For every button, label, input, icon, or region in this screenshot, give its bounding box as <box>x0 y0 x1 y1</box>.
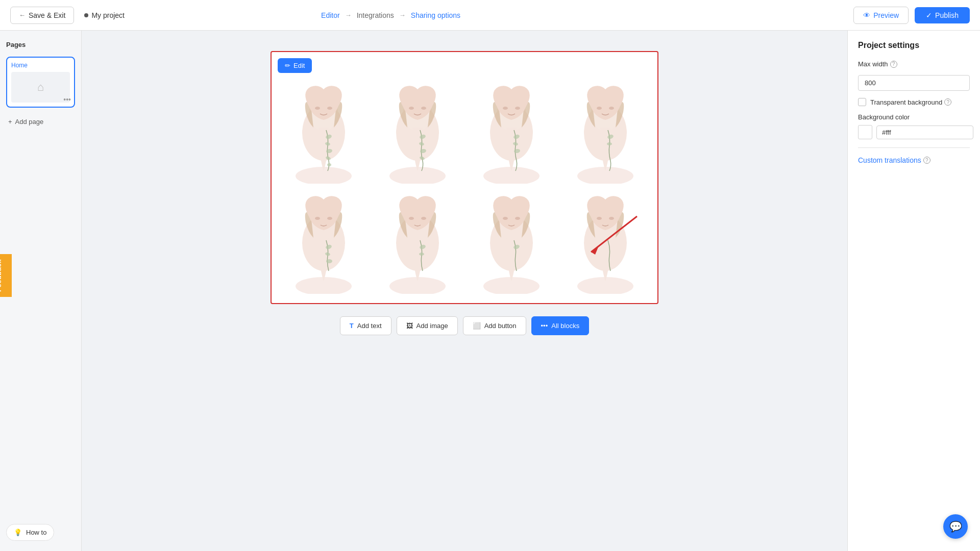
button-icon: ⬜ <box>473 322 481 330</box>
pencil-icon: ✏ <box>285 62 290 69</box>
svg-point-44 <box>421 217 426 220</box>
woman-illustration-7 <box>471 192 552 294</box>
right-sidebar: Project settings Max width ? Transparent… <box>847 31 980 551</box>
svg-point-31 <box>609 107 614 110</box>
image-icon: 🖼 <box>406 322 413 330</box>
breadcrumb: Editor → Integrations → Sharing options <box>321 11 460 19</box>
canvas-cell-1 <box>277 78 371 188</box>
bg-color-swatch[interactable] <box>858 125 872 139</box>
add-image-button[interactable]: 🖼 Add image <box>397 316 458 335</box>
max-width-row: Max width ? <box>858 60 970 68</box>
check-icon: ✓ <box>926 11 932 19</box>
save-exit-button[interactable]: Save & Exit <box>10 7 74 24</box>
bg-color-input[interactable] <box>876 126 973 139</box>
svg-point-40 <box>326 259 332 263</box>
custom-translations-label: Custom translations <box>858 156 921 164</box>
how-to-label: How to <box>26 529 46 536</box>
all-blocks-button[interactable]: ••• All blocks <box>531 316 590 335</box>
canvas-cell-6 <box>371 188 464 298</box>
add-button-label: Add button <box>484 322 517 330</box>
add-button-button[interactable]: ⬜ Add button <box>463 316 526 335</box>
chat-icon: 💬 <box>949 520 962 533</box>
arrow-icon-2: → <box>399 11 406 19</box>
project-settings-title: Project settings <box>858 41 970 50</box>
page-options-icon[interactable]: ••• <box>63 95 71 104</box>
text-icon: T <box>350 322 354 330</box>
max-width-text: Max width <box>858 60 888 68</box>
max-width-help-icon[interactable]: ? <box>890 61 897 68</box>
svg-point-54 <box>597 217 602 220</box>
canvas-cell-7 <box>464 188 558 298</box>
canvas-cell-2 <box>371 78 464 188</box>
woman-illustration-8 <box>565 192 646 294</box>
feedback-tab[interactable]: Feedback <box>0 254 12 297</box>
breadcrumb-sharing[interactable]: Sharing options <box>411 11 460 19</box>
bulb-icon: 💡 <box>14 529 22 536</box>
breadcrumb-editor[interactable]: Editor <box>321 11 340 19</box>
max-width-input[interactable] <box>858 75 970 91</box>
custom-translations-link[interactable]: Custom translations ? <box>858 156 970 164</box>
svg-point-36 <box>315 217 320 220</box>
canvas-area: ✏ Edit <box>82 31 847 551</box>
how-to-button[interactable]: 💡 How to <box>6 524 54 541</box>
svg-point-49 <box>503 217 508 220</box>
transparent-bg-label: Transparent background ? <box>870 98 951 106</box>
add-text-button[interactable]: T Add text <box>340 316 391 335</box>
add-page-button[interactable]: + Add page <box>6 116 75 128</box>
transparent-bg-checkbox[interactable] <box>858 98 866 106</box>
arrow-icon-1: → <box>345 11 352 19</box>
svg-point-37 <box>327 217 332 220</box>
blocks-icon: ••• <box>541 322 548 330</box>
left-sidebar: Pages Home ⌂ ••• + Add page 💡 How to <box>0 31 82 551</box>
svg-point-22 <box>503 107 508 110</box>
canvas-wrapper: ✏ Edit <box>271 51 658 304</box>
svg-point-13 <box>409 107 414 110</box>
page-card-home[interactable]: Home ⌂ ••• <box>6 57 75 108</box>
canvas-cell-3 <box>464 78 558 188</box>
woman-illustration-3 <box>471 82 552 184</box>
svg-point-30 <box>597 107 602 110</box>
woman-illustration-5 <box>283 192 364 294</box>
divider <box>858 147 970 148</box>
svg-point-23 <box>515 107 520 110</box>
bg-color-label: Background color <box>858 113 970 121</box>
transparent-bg-help-icon[interactable]: ? <box>944 98 951 106</box>
home-icon: ⌂ <box>37 81 44 94</box>
pages-title: Pages <box>6 41 75 48</box>
sidebar-bottom: 💡 How to <box>6 524 75 541</box>
custom-translations-help-icon[interactable]: ? <box>923 157 930 164</box>
max-width-label: Max width ? <box>858 60 897 68</box>
svg-point-33 <box>607 142 612 145</box>
svg-point-3 <box>315 107 320 110</box>
breadcrumb-integrations[interactable]: Integrations <box>357 11 394 19</box>
woman-illustration-6 <box>377 192 458 294</box>
bg-color-text: Background color <box>858 113 910 121</box>
publish-label: Publish <box>935 11 959 19</box>
preview-label: Preview <box>873 11 899 19</box>
woman-illustration-2 <box>377 82 458 184</box>
page-name-home: Home <box>11 62 70 69</box>
add-image-label: Add image <box>416 322 448 330</box>
canvas-cell-4 <box>558 78 652 188</box>
svg-point-4 <box>327 107 332 110</box>
eye-icon: 👁 <box>863 11 870 19</box>
preview-button[interactable]: 👁 Preview <box>853 7 909 24</box>
add-page-label: Add page <box>15 118 44 126</box>
page-thumb-home: ⌂ <box>11 72 70 103</box>
edit-button[interactable]: ✏ Edit <box>278 58 312 73</box>
project-name-text: My project <box>91 11 125 19</box>
chat-bubble[interactable]: 💬 <box>943 514 968 539</box>
right-actions: 👁 Preview ✓ Publish <box>853 7 970 24</box>
woman-illustration-1 <box>283 82 364 184</box>
canvas-cell-5 <box>277 188 371 298</box>
svg-point-43 <box>409 217 414 220</box>
feedback-label[interactable]: Feedback <box>0 254 12 297</box>
project-dot <box>84 13 88 17</box>
main-layout: Pages Home ⌂ ••• + Add page 💡 How to ✏ E… <box>0 31 980 551</box>
bottom-toolbar: T Add text 🖼 Add image ⬜ Add button ••• … <box>340 316 589 335</box>
publish-button[interactable]: ✓ Publish <box>915 7 970 23</box>
top-nav: Save & Exit My project Editor → Integrat… <box>0 0 980 31</box>
add-text-label: Add text <box>357 322 382 330</box>
svg-point-9 <box>327 163 331 166</box>
transparent-bg-text: Transparent background <box>870 98 942 106</box>
